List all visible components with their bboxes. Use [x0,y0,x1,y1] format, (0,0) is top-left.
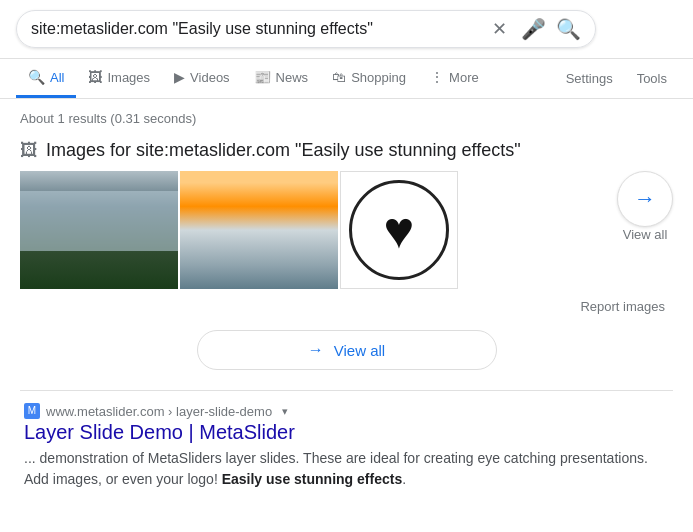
result-dropdown-icon[interactable]: ▾ [282,405,288,418]
divider [20,390,673,391]
tab-videos[interactable]: ▶ Videos [162,59,242,98]
tab-more[interactable]: ⋮ More [418,59,491,98]
result-snippet-end: . [402,471,406,487]
all-icon: 🔍 [28,69,45,85]
images-tab-icon: 🖼 [88,69,102,85]
view-all-button[interactable]: → View all [197,330,497,370]
nav-tabs: 🔍 All 🖼 Images ▶ Videos 📰 News 🛍 Shoppin… [0,59,693,99]
images-header: 🖼 Images for site:metaslider.com "Easily… [20,140,673,161]
report-images-container: Report images [20,295,673,314]
result-title[interactable]: Layer Slide Demo | MetaSlider [24,421,669,444]
view-all-arrow-icon: → [308,341,324,359]
images-row-container: ♥ → View all [20,171,673,289]
tab-shopping[interactable]: 🛍 Shopping [320,59,418,98]
images-section: 🖼 Images for site:metaslider.com "Easily… [20,140,673,314]
view-all-label-right: View all [623,227,668,242]
nav-right-buttons: Settings Tools [556,61,677,96]
result-domain: www.metaslider.com [46,404,164,419]
image-search-icon: 🖼 [20,140,38,161]
settings-button[interactable]: Settings [556,61,623,96]
search-button[interactable]: 🔍 [556,17,581,41]
tab-news-label: News [276,70,309,85]
result-snippet: ... demonstration of MetaSliders layer s… [24,448,669,490]
more-tab-icon: ⋮ [430,69,444,85]
tab-all[interactable]: 🔍 All [16,59,76,98]
tab-videos-label: Videos [190,70,230,85]
result-breadcrumb: › layer-slide-demo [168,404,272,419]
view-all-arrow-button[interactable]: → [617,171,673,227]
result-favicon: M [24,403,40,419]
view-all-container: → View all [20,330,673,370]
tab-all-label: All [50,70,64,85]
result-url: www.metaslider.com › layer-slide-demo [46,404,272,419]
voice-search-button[interactable]: 🎤 [521,17,546,41]
shopping-tab-icon: 🛍 [332,69,346,85]
tab-images-label: Images [107,70,150,85]
result-snippet-bold: Easily use stunning effects [222,471,403,487]
news-tab-icon: 📰 [254,69,271,85]
tab-shopping-label: Shopping [351,70,406,85]
tab-news[interactable]: 📰 News [242,59,321,98]
image-thumb-city[interactable] [180,171,338,289]
tools-button[interactable]: Tools [627,61,677,96]
image-thumb-mountain[interactable] [20,171,178,289]
search-input[interactable]: site:metaslider.com "Easily use stunning… [31,20,488,38]
report-images-link[interactable]: Report images [580,299,665,314]
search-bar: site:metaslider.com "Easily use stunning… [16,10,596,48]
result-url-line: M www.metaslider.com › layer-slide-demo … [24,403,669,419]
image-thumb-heart[interactable]: ♥ [340,171,458,289]
clear-button[interactable]: ✕ [488,18,511,40]
tab-images[interactable]: 🖼 Images [76,59,162,98]
tab-more-label: More [449,70,479,85]
heart-circle: ♥ [349,180,449,280]
results-count: About 1 results (0.31 seconds) [20,111,673,126]
images-grid: ♥ [20,171,591,289]
heart-icon: ♥ [384,200,415,260]
view-all-button-label: View all [334,342,385,359]
search-bar-container: site:metaslider.com "Easily use stunning… [0,0,693,59]
videos-tab-icon: ▶ [174,69,185,85]
results-area: About 1 results (0.31 seconds) 🖼 Images … [0,99,693,502]
images-right-side: → View all [591,171,673,242]
images-section-title: Images for site:metaslider.com "Easily u… [46,140,521,161]
search-icons: ✕ 🎤 🔍 [488,17,581,41]
web-result: M www.metaslider.com › layer-slide-demo … [20,403,673,490]
